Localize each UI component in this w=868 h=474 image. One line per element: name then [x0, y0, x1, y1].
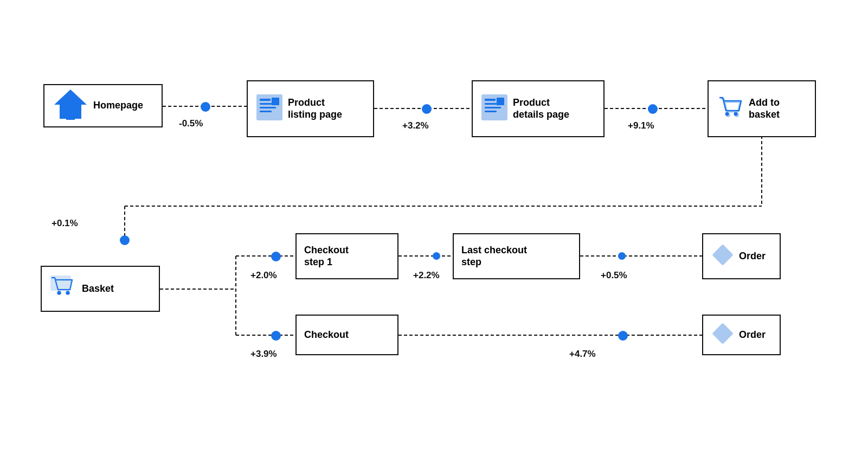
pct-pdp-atb: +9.1% — [628, 120, 654, 131]
basket-icon — [49, 273, 78, 304]
add-to-basket-node: Add to basket — [708, 80, 816, 137]
basket-node: Basket — [41, 266, 160, 312]
last-checkout-label: Last checkout step — [461, 245, 527, 268]
pct-co-order2: +4.7% — [569, 349, 596, 360]
add-to-basket-icon — [716, 93, 744, 124]
homepage-label: Homepage — [93, 100, 143, 112]
checkout-step1-node: Checkout step 1 — [295, 233, 398, 279]
dot-lcs-order1 — [618, 252, 626, 260]
dot-pdp-atb — [648, 104, 658, 114]
pct-cs1-lcs: +2.2% — [413, 270, 440, 281]
pct-plp-pdp: +3.2% — [402, 120, 429, 131]
add-to-basket-label: Add to basket — [749, 97, 780, 120]
order2-label: Order — [739, 329, 766, 341]
svg-point-36 — [57, 291, 61, 295]
svg-rect-26 — [485, 107, 501, 108]
dot-plp-pdp — [422, 104, 432, 114]
svg-rect-27 — [485, 111, 497, 112]
svg-rect-16 — [66, 110, 75, 120]
order1-icon — [711, 243, 735, 270]
svg-point-31 — [725, 112, 729, 116]
checkout-label: Checkout — [304, 329, 349, 341]
list-page-icon — [255, 93, 284, 124]
svg-point-37 — [66, 291, 70, 295]
product-listing-label: Product listing page — [288, 97, 342, 120]
dot-cs1-lcs — [433, 252, 440, 260]
product-listing-node: Product listing page — [247, 80, 374, 137]
pct-basket-cs1: +2.0% — [250, 270, 277, 281]
svg-rect-20 — [260, 107, 276, 108]
svg-rect-38 — [712, 244, 734, 266]
dot-co-order2 — [618, 331, 628, 341]
dot-basket-co — [271, 331, 281, 341]
pct-lcs-order1: +0.5% — [601, 270, 627, 281]
order1-node: Order — [702, 233, 781, 279]
dot-atb-basket — [120, 235, 130, 245]
svg-rect-39 — [712, 323, 734, 344]
flow-diagram: Homepage Product listing page — [0, 0, 868, 474]
checkout-step1-label: Checkout step 1 — [304, 245, 349, 268]
order1-label: Order — [739, 251, 766, 262]
svg-rect-24 — [485, 99, 496, 101]
dot-hp-plp — [201, 102, 210, 112]
svg-rect-21 — [260, 111, 272, 112]
pct-atb-basket: +0.1% — [52, 218, 78, 229]
svg-point-32 — [734, 112, 738, 116]
svg-rect-18 — [260, 99, 271, 101]
order2-icon — [711, 322, 735, 348]
last-checkout-node: Last checkout step — [453, 233, 580, 279]
pct-basket-co: +3.9% — [250, 349, 277, 360]
home-icon — [52, 86, 89, 126]
product-details-label: Product details page — [513, 97, 569, 120]
product-details-icon — [480, 93, 509, 124]
homepage-node: Homepage — [43, 84, 163, 127]
order2-node: Order — [702, 315, 781, 355]
product-details-node: Product details page — [472, 80, 605, 137]
checkout-node: Checkout — [295, 315, 398, 355]
svg-rect-22 — [272, 98, 279, 105]
basket-label: Basket — [82, 283, 114, 295]
svg-rect-28 — [497, 98, 504, 105]
dot-basket-cs1 — [271, 252, 281, 261]
pct-hp-plp: -0.5% — [179, 118, 203, 129]
